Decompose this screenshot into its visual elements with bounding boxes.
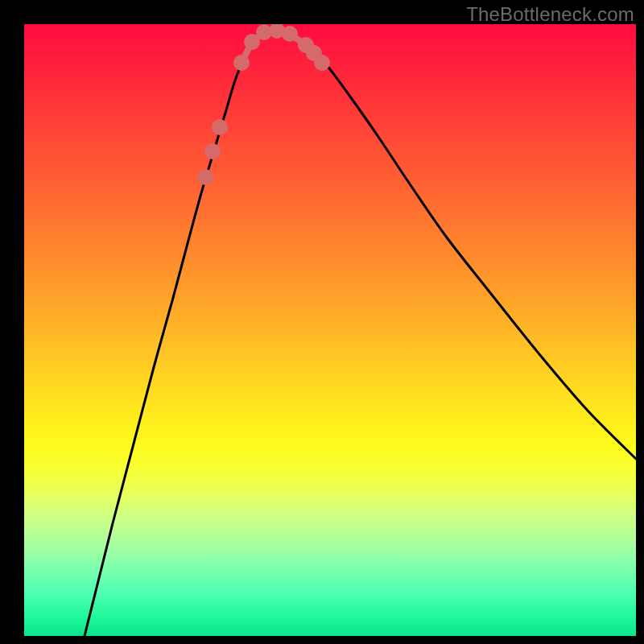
gradient-background	[24, 24, 636, 636]
outer-frame: TheBottleneck.com	[0, 0, 644, 644]
plot-area	[24, 24, 636, 636]
watermark-text: TheBottleneck.com	[466, 3, 634, 26]
